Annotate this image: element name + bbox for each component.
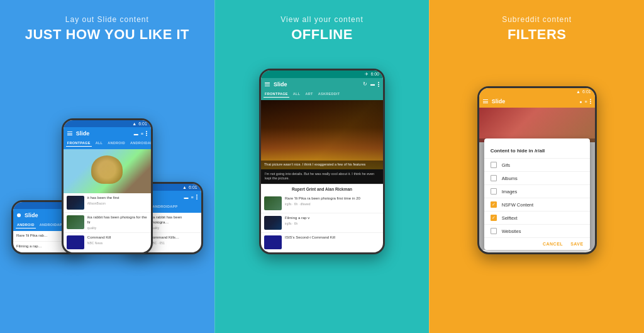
tab-android[interactable]: ANDROID: [16, 222, 36, 229]
item-content: ISIS's Second-i Command Kill: [285, 235, 380, 240]
toolbar: Slide ▬ ≡: [64, 127, 151, 140]
filter-label-websites: Websites: [502, 229, 521, 234]
phone-screen: ✈ 6:00 Slide ↻ ▬ FRONTPAGE ALL ART: [261, 71, 383, 252]
item-thumbnail: [67, 215, 84, 229]
post-image: That picture wasn't nice. I think I exag…: [261, 100, 383, 169]
panel-3-title: FILTERS: [508, 26, 567, 43]
item-meta: quality: [150, 226, 198, 230]
checkbox-albums[interactable]: [491, 175, 497, 181]
item-meta: irglfs · 6h: [285, 222, 380, 225]
checkbox-websites[interactable]: [491, 228, 497, 234]
item-thumbnail: [67, 196, 84, 210]
item-meta: AllisonBacon: [87, 201, 148, 205]
tab-askreddit[interactable]: ASKREDDIT: [317, 91, 341, 98]
item-thumbnail: [264, 196, 282, 210]
toolbar-icons: ▬ ≡: [134, 131, 147, 136]
item-title: ika rabbit has been photogra…: [150, 215, 198, 225]
toolbar-icons: ● ≡: [579, 99, 591, 104]
dim-overlay: Content to hide in /r/all Gifs Albums: [479, 138, 595, 250]
list-item: Command Kill NBC News: [64, 233, 151, 252]
item-content: ika rabbit has been photogra for the fir…: [87, 215, 148, 230]
tab-androidapp[interactable]: ANDROIDAPP: [151, 203, 179, 210]
dialog-item-nsfw: NSFW Content: [484, 198, 590, 211]
item-title: it has been the first: [87, 196, 148, 201]
filter-label-images: Images: [502, 189, 518, 195]
wifi-icon: ▲: [132, 121, 136, 126]
dialog-item-gifs: Gifs: [484, 158, 590, 171]
cancel-button[interactable]: CANCEL: [543, 242, 563, 246]
post-title: Rupert Grint and Alan Rickman: [261, 184, 383, 194]
panel-layout: Lay out Slide content JUST HOW YOU LIKE …: [0, 0, 214, 333]
checkbox-selftext[interactable]: [491, 215, 497, 221]
item-title: Filming a rap v: [285, 216, 380, 221]
item-thumbnail: [264, 235, 282, 249]
wifi-icon: ▲: [576, 89, 580, 94]
toolbar: Slide ↻ ▬: [261, 78, 383, 91]
checkbox-nsfw[interactable]: [491, 201, 497, 208]
panel-1-subtitle: Lay out Slide content: [65, 15, 149, 24]
more-icon[interactable]: [378, 82, 379, 87]
toolbar-title: Slide: [274, 81, 359, 87]
item-meta: quality: [87, 226, 148, 230]
refresh-icon[interactable]: ↻: [363, 81, 367, 87]
list-item: Rare 'Ili Pika ra been photogra first ti…: [261, 194, 383, 213]
more-icon[interactable]: [146, 131, 147, 136]
toolbar-icons: ↻ ▬: [363, 81, 379, 87]
panel-2-title: OFFLINE: [291, 26, 353, 43]
image-caption-top: That picture wasn't nice. I think I exag…: [261, 161, 383, 169]
item-content: it has been the first AllisonBacon: [87, 196, 148, 205]
tab-android[interactable]: ANDROID: [106, 140, 126, 147]
more-icon[interactable]: [196, 195, 197, 200]
tabs-bar: FRONTPAGE ALL ART ASKREDDIT: [261, 91, 383, 100]
phone-main: ▲ 6:01 Slide ▬ ≡ FRONTPAGE ALL ANDROID: [62, 118, 153, 254]
filter-label-selftext: Selftext: [502, 215, 518, 221]
hamburger-icon[interactable]: [265, 82, 270, 86]
background-image: [479, 108, 595, 142]
panel-3-subtitle: Subreddit content: [502, 15, 572, 24]
tab-all[interactable]: ALL: [292, 91, 302, 98]
status-bar: ▲ 6:01: [479, 88, 595, 95]
list-item: Filming a rap v irglfs · 6h: [261, 213, 383, 233]
tab-art[interactable]: ART: [304, 91, 314, 98]
camera-icon: ▬: [370, 82, 375, 86]
hamburger-icon[interactable]: [483, 99, 488, 103]
panel-1-title: JUST HOW YOU LIKE IT: [25, 26, 189, 43]
item-meta: NBC News: [87, 241, 148, 245]
dialog-item-websites: Websites: [484, 224, 590, 237]
more-icon[interactable]: [590, 99, 591, 104]
dialog-item-selftext: Selftext: [484, 211, 590, 224]
status-bar: ▲ 6:01: [64, 120, 151, 127]
status-time: 6:01: [582, 89, 591, 94]
status-time: 6:00: [370, 72, 379, 76]
tab-all[interactable]: ALL: [94, 140, 104, 147]
phone-center: ✈ 6:00 Slide ↻ ▬ FRONTPAGE ALL ART: [259, 69, 385, 254]
image-caption-2: I'm not going into details. But he was r…: [265, 172, 379, 181]
filter-label-nsfw: NSFW Content: [502, 202, 533, 208]
sort-icon: ≡: [141, 132, 143, 136]
tab-androidapp[interactable]: ANDROIDAPP: [129, 140, 151, 147]
checkbox-gifs[interactable]: [491, 162, 497, 168]
list-item: ika rabbit has been photogra for the fir…: [64, 213, 151, 233]
save-button[interactable]: SAVE: [570, 242, 584, 246]
item-content: Command Kill NBC News: [87, 235, 148, 245]
toolbar-title: Slide: [76, 130, 130, 137]
item-title: Command Kills…: [150, 235, 198, 240]
panel-2-subtitle: View all your content: [280, 15, 364, 24]
tab-frontpage[interactable]: FRONTPAGE: [66, 140, 92, 147]
item-thumbnail: [67, 235, 84, 249]
tabs-bar: FRONTPAGE ALL ANDROID ANDROIDAPP: [64, 140, 151, 149]
item-title: ISIS's Second-i Command Kill: [285, 235, 380, 240]
dialog-title: Content to hide in /r/all: [491, 148, 545, 154]
tab-frontpage[interactable]: FRONTPAGE: [264, 91, 289, 98]
item-content: Command Kills… NBC · 051: [150, 235, 198, 245]
hamburger-icon[interactable]: [67, 132, 72, 135]
airplane-icon: ✈: [365, 72, 369, 77]
checkbox-images[interactable]: [491, 188, 497, 195]
sort-icon: ≡: [191, 195, 194, 200]
item-content: Filming a rap v irglfs · 6h: [285, 216, 380, 225]
list-item: ISIS's Second-i Command Kill: [261, 233, 383, 252]
filter-dialog: Content to hide in /r/all Gifs Albums: [484, 138, 590, 250]
dialog-item-images: Images: [484, 184, 590, 198]
list-item: it has been the first AllisonBacon: [64, 193, 151, 213]
item-title: ika rabbit has been photogra for the fir: [87, 215, 148, 225]
